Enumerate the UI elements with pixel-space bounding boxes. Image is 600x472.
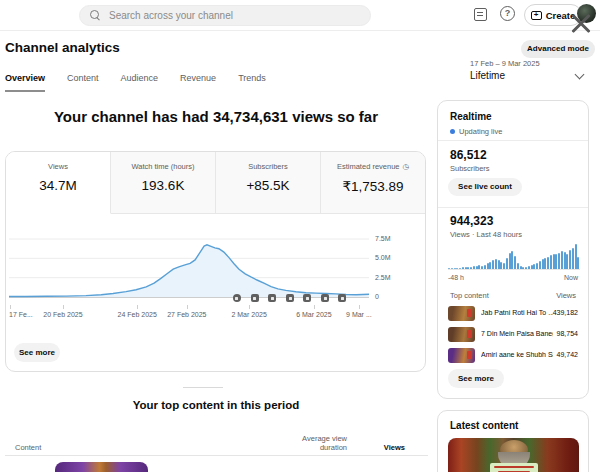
metric-tab-views[interactable]: Views34.7M [6, 152, 111, 214]
realtime-bar [536, 263, 538, 270]
date-preset-selector[interactable]: Lifetime [470, 70, 505, 81]
realtime-bar [465, 267, 467, 269]
tab-overview[interactable]: Overview [5, 73, 45, 92]
realtime-bar [514, 256, 516, 269]
realtime-bar [517, 263, 519, 270]
realtime-bar [561, 251, 563, 269]
advanced-mode-button[interactable]: Advanced mode [521, 40, 595, 58]
chevron-down-icon[interactable] [575, 70, 585, 80]
top-content-row[interactable]: Jab Patni Roti Hai To ...439,182 [438, 304, 588, 325]
latest-video-thumbnail[interactable] [448, 438, 579, 472]
marker-glyph [306, 297, 309, 300]
tab-content[interactable]: Content [67, 73, 99, 92]
video-publish-marker-icon[interactable] [303, 294, 311, 302]
section-divider [183, 387, 223, 388]
realtime-list-header-views: Views [556, 291, 576, 300]
video-publish-marker-icon[interactable] [321, 294, 329, 302]
realtime-bar [572, 248, 574, 269]
realtime-bar [509, 253, 511, 270]
video-publish-marker-icon[interactable] [338, 294, 346, 302]
x-axis-label: 27 Feb 2025 [167, 311, 206, 318]
metric-label: Views [6, 162, 110, 171]
realtime-bar [448, 268, 450, 270]
y-axis-label: 2.5M [375, 274, 391, 281]
realtime-bar [495, 259, 497, 269]
realtime-bar [577, 257, 579, 269]
metric-tab-subscribers[interactable]: Subscribers+85.5K [216, 152, 321, 214]
metric-value: ₹1,753.89 [321, 178, 425, 194]
see-more-button[interactable]: See more [14, 343, 60, 362]
search-input[interactable]: Search across your channel [79, 5, 371, 26]
realtime-bar [575, 244, 577, 269]
top-content-row[interactable]: 7 Din Mein Paisa Baneg...98,754 [438, 325, 588, 346]
tab-trends[interactable]: Trends [238, 73, 266, 92]
video-views: 439,182 [553, 309, 578, 316]
tab-audience[interactable]: Audience [121, 73, 159, 92]
help-icon[interactable]: ? [500, 6, 515, 21]
realtime-bar [544, 258, 546, 270]
realtime-bar [528, 266, 530, 270]
metric-label: Watch time (hours) [111, 162, 215, 171]
realtime-bar [533, 264, 535, 269]
feedback-icon[interactable] [474, 8, 487, 21]
search-placeholder: Search across your channel [109, 10, 233, 21]
metric-tab-estimated-revenue[interactable]: Estimated revenue◷₹1,753.89 [321, 152, 425, 214]
top-content-row[interactable]: Amiri aane ke Shubh Sa...49,742 [438, 346, 588, 367]
marker-glyph [271, 297, 274, 300]
video-thumbnail [448, 327, 475, 342]
realtime-bar [492, 260, 494, 269]
realtime-bar [481, 266, 483, 270]
x-axis-tick [10, 305, 11, 309]
youtube-studio-analytics-page: Search across your channel ? + Create Ch… [0, 0, 600, 472]
realtime-bar [547, 257, 549, 270]
realtime-bar [451, 268, 453, 269]
realtime-bar [539, 261, 541, 269]
analytics-tabs: OverviewContentAudienceRevenueTrends [5, 73, 266, 92]
realtime-bar [484, 265, 486, 270]
video-publish-marker-icon[interactable] [251, 294, 259, 302]
metric-tab-watch-time-hours-[interactable]: Watch time (hours)193.6K [111, 152, 216, 214]
realtime-subscribers-label: Subscribers [450, 164, 490, 173]
realtime-views-value: 944,323 [450, 214, 493, 228]
x-axis-tick [137, 305, 138, 309]
realtime-bar [500, 262, 502, 270]
top-content-row-thumbnail[interactable] [55, 462, 148, 472]
video-publish-marker-icon[interactable] [268, 294, 276, 302]
realtime-bar [566, 254, 568, 270]
avatar[interactable] [577, 4, 596, 23]
divider [438, 140, 588, 141]
realtime-bar [520, 266, 522, 270]
realtime-axis-start: -48 h [448, 274, 464, 281]
realtime-bar [531, 265, 533, 270]
realtime-bar [503, 263, 505, 270]
realtime-bar [525, 267, 527, 270]
realtime-see-more-button[interactable]: See more [448, 369, 504, 388]
see-live-count-button[interactable]: See live count [448, 178, 522, 196]
updating-live-status: Updating live [450, 127, 502, 136]
realtime-bar-chart[interactable] [448, 244, 580, 270]
x-axis-label: 6 Mar 2025 [296, 311, 331, 318]
search-icon [90, 10, 101, 21]
video-publish-marker-icon[interactable] [286, 294, 294, 302]
realtime-bar [569, 250, 571, 269]
views-area-chart[interactable] [6, 231, 427, 303]
realtime-bar [489, 262, 491, 270]
tab-revenue[interactable]: Revenue [180, 73, 216, 92]
key-metrics-card: Views34.7MWatch time (hours)193.6KSubscr… [5, 151, 426, 372]
realtime-bar [456, 268, 458, 270]
top-content-title: Your top content in this period [0, 399, 432, 411]
realtime-bar [558, 253, 560, 270]
metric-tabs: Views34.7MWatch time (hours)193.6KSubscr… [6, 152, 425, 214]
column-header-views: Views [363, 443, 405, 452]
realtime-bar [470, 267, 472, 270]
thumbnail-text-line [494, 466, 534, 468]
y-axis-label: 5.0M [375, 254, 391, 261]
column-header-content: Content [15, 443, 41, 452]
video-publish-marker-icon[interactable] [233, 294, 241, 302]
column-header-avg-view-duration: Average view duration [290, 434, 347, 452]
realtime-bar [564, 252, 566, 269]
realtime-bar [522, 267, 524, 270]
create-button[interactable]: + Create [524, 4, 582, 26]
date-range-text: 17 Feb – 9 Mar 2025 [470, 59, 540, 68]
metric-value: 34.7M [6, 178, 110, 193]
